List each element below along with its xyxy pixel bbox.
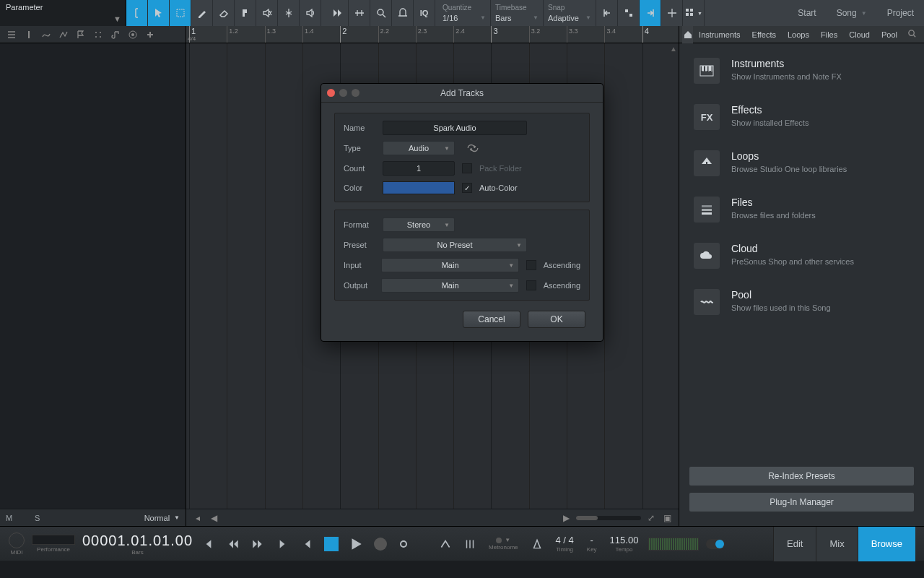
mute-master[interactable]: M bbox=[6, 514, 35, 522]
zoom-slider[interactable] bbox=[576, 516, 641, 520]
fit-icon[interactable]: ▣ bbox=[661, 513, 673, 523]
tool-bracket-left[interactable] bbox=[126, 0, 148, 26]
track-count-input[interactable] bbox=[383, 161, 455, 176]
cycle-icon[interactable] bbox=[466, 143, 479, 153]
split-tool[interactable] bbox=[278, 0, 300, 26]
zoom-icon[interactable] bbox=[352, 89, 359, 97]
master-toggle[interactable] bbox=[706, 539, 725, 549]
listen-tool[interactable] bbox=[300, 0, 321, 26]
ok-button[interactable]: OK bbox=[528, 311, 585, 328]
crosshair-icon[interactable] bbox=[661, 0, 683, 26]
sidebar-item-piano[interactable]: InstrumentsShow Instruments and Note FX bbox=[687, 58, 917, 84]
next-marker-button[interactable] bbox=[274, 535, 291, 553]
minimize-icon[interactable] bbox=[339, 89, 347, 97]
reindex-presets-button[interactable]: Re-Index Presets bbox=[689, 467, 914, 486]
cancel-button[interactable]: Cancel bbox=[463, 311, 520, 328]
sidebar-tab-cloud[interactable]: Cloud bbox=[843, 26, 876, 43]
rewind-button[interactable] bbox=[225, 535, 242, 553]
paint-tool[interactable] bbox=[235, 0, 256, 26]
sidebar-tab-effects[interactable]: Effects bbox=[746, 26, 782, 43]
solo-master[interactable]: S bbox=[35, 514, 64, 522]
grid-menu-icon[interactable]: ▼ bbox=[683, 0, 705, 26]
list-icon[interactable] bbox=[4, 28, 19, 41]
parameter-display[interactable]: Parameter ▼ bbox=[0, 0, 126, 26]
timebase-selector[interactable]: Timebase Bars▼ bbox=[491, 0, 544, 26]
time-signature[interactable]: 4 / 4Timing bbox=[553, 535, 577, 553]
search-icon[interactable] bbox=[903, 29, 921, 40]
track-type-select[interactable]: Audio▼ bbox=[383, 141, 455, 155]
mute-tool[interactable] bbox=[256, 0, 278, 26]
pack-folder-checkbox[interactable] bbox=[462, 163, 472, 173]
play-button[interactable] bbox=[347, 535, 365, 553]
note-icon[interactable] bbox=[108, 28, 123, 41]
view-tab-mix[interactable]: Mix bbox=[816, 527, 857, 561]
precount-icon[interactable] bbox=[528, 535, 546, 553]
sidebar-item-fx[interactable]: FXEffectsShow installed Effects bbox=[687, 104, 917, 130]
sidebar-tab-loops[interactable]: Loops bbox=[782, 26, 815, 43]
loop-button[interactable] bbox=[396, 535, 414, 553]
iq-button[interactable]: IQ bbox=[414, 0, 435, 26]
nav-project[interactable]: Project bbox=[877, 0, 924, 26]
metronome-toggle[interactable]: ▼ Metronome bbox=[486, 537, 520, 551]
grid-dots-icon[interactable] bbox=[91, 28, 105, 41]
collapse-left-icon[interactable]: ◂ bbox=[192, 513, 204, 523]
sidebar-item-pool[interactable]: PoolShow files used in this Song bbox=[687, 289, 917, 315]
marker-icon[interactable] bbox=[22, 28, 36, 41]
sidebar-tab-home[interactable] bbox=[682, 26, 693, 43]
nav-song[interactable]: Song▼ bbox=[827, 0, 877, 26]
ffwd-icon[interactable] bbox=[327, 0, 349, 26]
timeline-ruler[interactable]: 4/4 11.21.31.422.22.32.433.23.33.44 bbox=[186, 26, 679, 43]
output-ascending-checkbox[interactable] bbox=[526, 280, 536, 290]
erase-tool[interactable] bbox=[213, 0, 235, 26]
automation-line-icon[interactable] bbox=[56, 28, 71, 41]
snap-right-icon[interactable] bbox=[640, 0, 661, 26]
magnify-icon[interactable] bbox=[370, 0, 392, 26]
range-tool[interactable] bbox=[170, 0, 191, 26]
draw-tool[interactable] bbox=[191, 0, 213, 26]
sidebar-tab-pool[interactable]: Pool bbox=[876, 26, 903, 43]
output-select[interactable]: Main▼ bbox=[381, 278, 519, 293]
color-swatch[interactable] bbox=[383, 181, 455, 194]
add-icon[interactable] bbox=[143, 28, 157, 41]
record-button[interactable] bbox=[372, 535, 389, 553]
sidebar-tab-instruments[interactable]: Instruments bbox=[693, 26, 746, 43]
return-to-start-button[interactable] bbox=[298, 535, 315, 553]
tempo-display[interactable]: 115.00Tempo bbox=[607, 535, 642, 553]
preset-select[interactable]: No Preset▼ bbox=[383, 238, 527, 252]
scroll-right-icon[interactable]: ▶ bbox=[560, 513, 572, 523]
view-tab-browse[interactable]: Browse bbox=[858, 527, 915, 561]
stretch-icon[interactable] bbox=[349, 0, 370, 26]
grid-snap-icon[interactable] bbox=[618, 0, 640, 26]
track-name-input[interactable] bbox=[383, 121, 527, 135]
autopunch-icon[interactable] bbox=[437, 535, 454, 553]
sidebar-item-loop[interactable]: LoopsBrowse Studio One loop libraries bbox=[687, 150, 917, 176]
preroll-icon[interactable] bbox=[461, 535, 479, 553]
sidebar-item-cloud[interactable]: CloudPreSonus Shop and other services bbox=[687, 243, 917, 269]
snap-left-icon[interactable] bbox=[596, 0, 618, 26]
sidebar-tab-files[interactable]: Files bbox=[815, 26, 843, 43]
close-icon[interactable] bbox=[327, 89, 335, 97]
prev-marker-button[interactable] bbox=[200, 535, 217, 553]
target-icon[interactable] bbox=[126, 28, 140, 41]
auto-color-checkbox[interactable] bbox=[462, 183, 472, 193]
stop-button[interactable] bbox=[323, 535, 340, 553]
forward-button[interactable] bbox=[249, 535, 266, 553]
timecode-display[interactable]: 00001.01.01.00 Bars bbox=[82, 532, 193, 556]
sidebar-item-files[interactable]: FilesBrowse files and folders bbox=[687, 197, 917, 223]
flag-icon[interactable] bbox=[74, 28, 88, 41]
key-display[interactable]: -Key bbox=[584, 535, 600, 553]
macro-icon[interactable] bbox=[392, 0, 414, 26]
snap-selector[interactable]: Snap Adaptive▼ bbox=[544, 0, 596, 26]
plugin-manager-button[interactable]: Plug-In Manager bbox=[689, 493, 914, 512]
automation-mode-selector[interactable]: Normal▼ bbox=[144, 514, 180, 522]
view-tab-edit[interactable]: Edit bbox=[773, 527, 816, 561]
scroll-left-icon[interactable]: ◀ bbox=[208, 513, 219, 523]
input-ascending-checkbox[interactable] bbox=[526, 260, 536, 270]
arrow-tool[interactable] bbox=[148, 0, 170, 26]
format-select[interactable]: Stereo▼ bbox=[383, 217, 455, 232]
input-select[interactable]: Main▼ bbox=[381, 258, 519, 272]
nav-start[interactable]: Start bbox=[788, 0, 826, 26]
quantize-selector[interactable]: Quantize 1/16▼ bbox=[438, 0, 491, 26]
expand-icon[interactable]: ⤢ bbox=[645, 513, 657, 523]
scroll-up-icon[interactable]: ▲ bbox=[670, 45, 677, 53]
